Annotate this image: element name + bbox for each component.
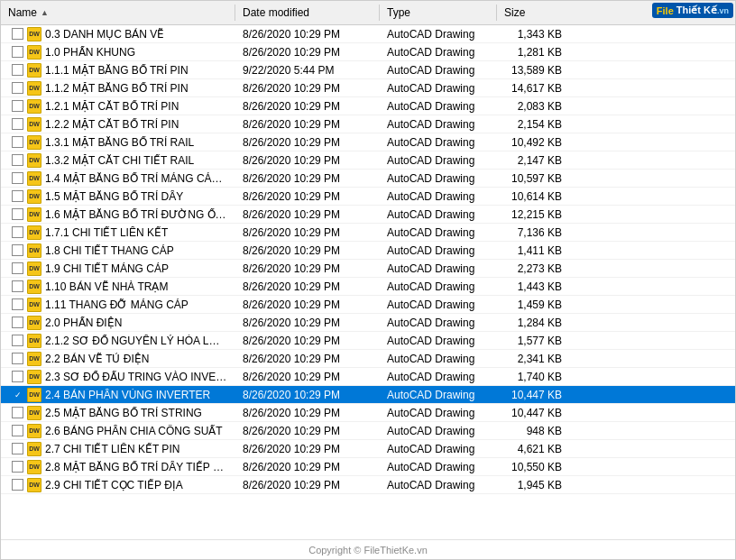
table-row[interactable]: DW2.5 MẶT BẰNG BỐ TRÍ STRING8/26/2020 10… xyxy=(1,404,735,422)
col-size: 10,597 KB xyxy=(497,171,569,186)
row-checkbox[interactable] xyxy=(12,46,23,58)
dwg-icon: DW xyxy=(27,280,41,294)
row-checkbox[interactable] xyxy=(12,262,23,274)
row-checkbox[interactable] xyxy=(12,64,23,76)
row-checkbox[interactable] xyxy=(12,443,23,454)
col-type: AutoCAD Drawing xyxy=(380,352,497,366)
col-type: AutoCAD Drawing xyxy=(380,388,497,402)
row-checkbox[interactable]: ✓ xyxy=(12,389,23,400)
row-checkbox[interactable] xyxy=(12,154,23,166)
table-row[interactable]: DW2.1.2 SƠ ĐỒ NGUYÊN LÝ HÒA LƯỚI8/26/202… xyxy=(1,332,735,350)
col-name: DW0.3 DANH MỤC BẢN VẼ xyxy=(1,26,235,42)
table-row[interactable]: DW2.0 PHẦN ĐIỆN8/26/2020 10:29 PMAutoCAD… xyxy=(1,314,735,332)
row-checkbox[interactable] xyxy=(12,425,23,436)
col-date: 8/26/2020 10:29 PM xyxy=(235,388,380,402)
table-row[interactable]: DW1.5 MẶT BẰNG BỐ TRÍ DÂY8/26/2020 10:29… xyxy=(1,188,735,206)
col-size: 1,459 KB xyxy=(497,298,569,312)
row-checkbox[interactable] xyxy=(12,461,23,473)
file-name: 2.0 PHẦN ĐIỆN xyxy=(45,317,122,329)
table-row[interactable]: DW1.2.1 MẶT CẮT BỐ TRÍ PIN8/26/2020 10:2… xyxy=(1,97,735,115)
table-row[interactable]: DW1.9 CHI TIẾT MÁNG CÁP8/26/2020 10:29 P… xyxy=(1,260,735,278)
table-row[interactable]: DW1.2.2 MẶT CẮT BỐ TRÍ PIN8/26/2020 10:2… xyxy=(1,115,735,133)
col-type: AutoCAD Drawing xyxy=(380,153,497,168)
col-name: DW1.7.1 CHI TIẾT LIÊN KẾT xyxy=(1,225,235,241)
row-checkbox[interactable] xyxy=(12,28,23,40)
col-header-size[interactable]: Size xyxy=(497,5,569,21)
dwg-icon: DW xyxy=(27,460,41,474)
table-row[interactable]: DW1.3.1 MẶT BẰNG BỐ TRÍ RAIL8/26/2020 10… xyxy=(1,133,735,151)
table-row[interactable]: DW1.6 MẶT BẰNG BỐ TRÍ ĐƯỜNG ỐNG N...8/26… xyxy=(1,206,735,224)
col-date: 8/26/2020 10:29 PM xyxy=(235,352,380,366)
table-row[interactable]: DW2.7 CHI TIẾT LIÊN KẾT PIN8/26/2020 10:… xyxy=(1,440,735,458)
row-checkbox[interactable] xyxy=(12,100,23,112)
dwg-icon: DW xyxy=(27,225,41,240)
table-row[interactable]: DW2.9 CHI TIẾT CỌC TIẾP ĐỊA8/26/2020 10:… xyxy=(1,476,735,494)
table-row[interactable]: DW0.3 DANH MỤC BẢN VẼ8/26/2020 10:29 PMA… xyxy=(1,25,735,43)
table-row[interactable]: DW2.2 BẢN VẼ TỦ ĐIỆN8/26/2020 10:29 PMAu… xyxy=(1,350,735,368)
table-row[interactable]: DW1.4 MẶT BẰNG BỐ TRÍ MÁNG CÁP - L...8/2… xyxy=(1,170,735,188)
row-checkbox[interactable] xyxy=(12,82,23,94)
row-checkbox[interactable] xyxy=(12,479,23,491)
col-size: 1,443 KB xyxy=(497,280,569,294)
dwg-icon: DW xyxy=(27,298,41,312)
col-header-name[interactable]: Name ▲ xyxy=(1,5,235,21)
table-row[interactable]: ✓DW2.4 BẢN PHÂN VÙNG INVERTER8/26/2020 1… xyxy=(1,386,735,404)
col-date: 8/26/2020 10:29 PM xyxy=(235,298,380,312)
col-name: ✓DW2.4 BẢN PHÂN VÙNG INVERTER xyxy=(1,387,235,403)
col-name: DW1.9 CHI TIẾT MÁNG CÁP xyxy=(1,261,235,277)
col-header-type[interactable]: Type xyxy=(380,5,497,21)
row-checkbox[interactable] xyxy=(12,407,23,418)
dwg-icon: DW xyxy=(27,27,41,41)
col-date: 8/26/2020 10:29 PM xyxy=(235,225,380,240)
dwg-icon: DW xyxy=(27,262,41,276)
row-checkbox[interactable] xyxy=(12,118,23,130)
table-row[interactable]: DW1.11 THANG ĐỠ MÁNG CÁP8/26/2020 10:29 … xyxy=(1,296,735,314)
file-name: 1.9 CHI TIẾT MÁNG CÁP xyxy=(45,262,169,275)
col-name: DW1.2.2 MẶT CẮT BỐ TRÍ PIN xyxy=(1,116,235,133)
col-header-date[interactable]: Date modified xyxy=(235,5,380,21)
col-name: DW1.1.1 MẶT BẰNG BỐ TRÍ PIN xyxy=(1,62,235,78)
table-row[interactable]: DW1.1.1 MẶT BẰNG BỐ TRÍ PIN9/22/2020 5:4… xyxy=(1,61,735,79)
row-checkbox[interactable] xyxy=(12,298,23,310)
table-row[interactable]: DW1.10 BẢN VẼ NHÀ TRẠM8/26/2020 10:29 PM… xyxy=(1,278,735,296)
row-checkbox[interactable] xyxy=(12,371,23,382)
dwg-icon: DW xyxy=(27,370,41,384)
file-name: 2.5 MẶT BẰNG BỐ TRÍ STRING xyxy=(45,407,202,419)
row-checkbox[interactable] xyxy=(12,226,23,238)
table-row[interactable]: DW2.8 MẶT BẰNG BỐ TRÍ DÂY TIẾP ĐỊA8/26/2… xyxy=(1,458,735,476)
table-row[interactable]: DW1.8 CHI TIẾT THANG CÁP8/26/2020 10:29 … xyxy=(1,242,735,260)
row-checkbox[interactable] xyxy=(12,244,23,256)
col-name: DW2.2 BẢN VẼ TỦ ĐIỆN xyxy=(1,351,235,367)
table-row[interactable]: DW2.3 SƠ ĐỒ ĐẤU TRING VÀO INVERTER ...8/… xyxy=(1,368,735,386)
table-row[interactable]: DW1.7.1 CHI TIẾT LIÊN KẾT8/26/2020 10:29… xyxy=(1,224,735,242)
row-checkbox[interactable] xyxy=(12,190,23,202)
file-name: 2.7 CHI TIẾT LIÊN KẾT PIN xyxy=(45,443,179,455)
row-checkbox[interactable] xyxy=(12,317,23,328)
col-type: AutoCAD Drawing xyxy=(380,280,497,294)
file-name: 1.3.2 MẶT CẮT CHI TIẾT RAIL xyxy=(45,154,194,167)
col-name: DW1.3.2 MẶT CẮT CHI TIẾT RAIL xyxy=(1,152,235,169)
col-date: 8/26/2020 10:29 PM xyxy=(235,460,380,474)
row-checkbox[interactable] xyxy=(12,172,23,184)
col-name: DW1.11 THANG ĐỠ MÁNG CÁP xyxy=(1,297,235,313)
dwg-icon: DW xyxy=(27,352,41,366)
col-type: AutoCAD Drawing xyxy=(380,442,497,456)
table-row[interactable]: DW2.6 BẢNG PHÂN CHIA CÔNG SUẤT8/26/2020 … xyxy=(1,422,735,440)
brand-thietke: Thiết Kế xyxy=(674,5,717,16)
col-name: DW1.8 CHI TIẾT THANG CÁP xyxy=(1,243,235,259)
dwg-icon: DW xyxy=(27,135,41,150)
table-row[interactable]: DW1.1.2 MẶT BẰNG BỐ TRÍ PIN8/26/2020 10:… xyxy=(1,79,735,97)
col-date: 8/26/2020 10:29 PM xyxy=(235,280,380,294)
col-size: 1,411 KB xyxy=(497,243,569,258)
col-date: 8/26/2020 10:29 PM xyxy=(235,27,380,41)
row-checkbox[interactable] xyxy=(12,353,23,364)
row-checkbox[interactable] xyxy=(12,136,23,148)
row-checkbox[interactable] xyxy=(12,280,23,292)
col-type: AutoCAD Drawing xyxy=(380,99,497,114)
file-list[interactable]: DW0.3 DANH MỤC BẢN VẼ8/26/2020 10:29 PMA… xyxy=(1,25,735,542)
row-checkbox[interactable] xyxy=(12,208,23,220)
row-checkbox[interactable] xyxy=(12,335,23,346)
file-name: 1.4 MẶT BẰNG BỐ TRÍ MÁNG CÁP - L... xyxy=(45,172,228,185)
table-row[interactable]: DW1.0 PHẦN KHUNG8/26/2020 10:29 PMAutoCA… xyxy=(1,43,735,61)
table-row[interactable]: DW1.3.2 MẶT CẮT CHI TIẾT RAIL8/26/2020 1… xyxy=(1,151,735,170)
